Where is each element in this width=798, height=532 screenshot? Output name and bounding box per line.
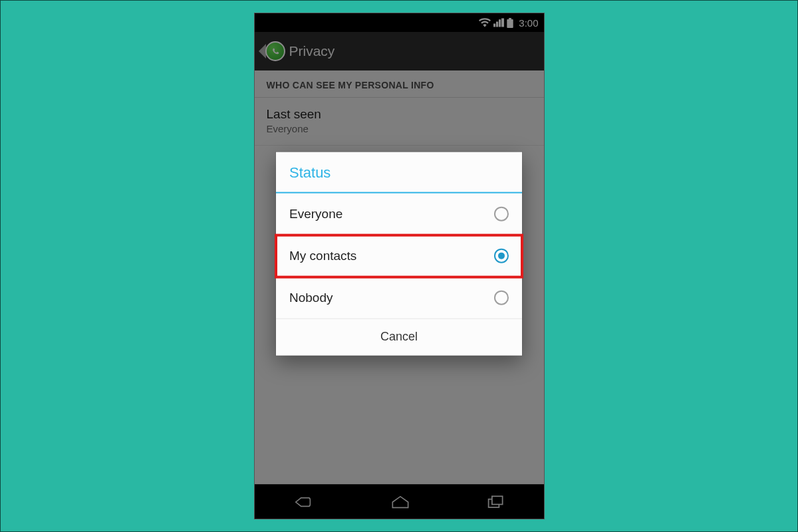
radio-icon [494,207,509,221]
radio-icon [494,291,509,305]
phone-frame: 3:00 Privacy WHO CAN SEE MY PERSONAL INF… [255,13,544,519]
option-everyone[interactable]: Everyone [276,194,522,235]
status-dialog: Status Everyone My contacts Nobody Cance… [276,152,522,356]
option-label: My contacts [289,249,356,263]
dialog-title: Status [276,152,522,192]
option-label: Nobody [289,291,333,305]
option-my-contacts[interactable]: My contacts [276,235,522,277]
cancel-button[interactable]: Cancel [276,319,522,356]
option-nobody[interactable]: Nobody [276,277,522,319]
radio-icon [494,249,509,263]
option-label: Everyone [289,207,342,221]
